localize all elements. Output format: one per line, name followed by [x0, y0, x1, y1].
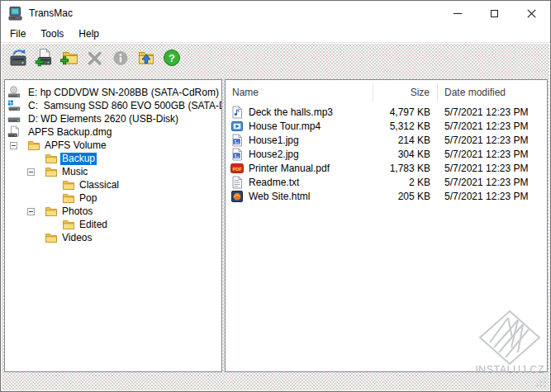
- folder-up-button[interactable]: [135, 47, 157, 68]
- folder-icon: [45, 152, 58, 165]
- disk-image-icon: [7, 125, 21, 139]
- file-date-modified: 5/7/2021 12:23 PM: [438, 177, 547, 188]
- file-row-printer-manual-pdf[interactable]: PDFPrinter Manual.pdf1,783 KB5/7/2021 12…: [226, 161, 547, 175]
- transmac-window: TransMac File Tools Help ? E: hp CDDVDW …: [0, 0, 551, 392]
- list-header: NameSizeDate modified: [226, 80, 547, 105]
- tree-item-backup[interactable]: Backup: [5, 152, 221, 165]
- tree-item-c-samsung-ssd-860-evo-500gb-sata-disk[interactable]: C: Samsung SSD 860 EVO 500GB (SATA-Disk): [5, 99, 221, 112]
- tree-item-classical[interactable]: Classical: [5, 178, 221, 191]
- disk-add-icon: [34, 48, 54, 68]
- minimize-icon: [454, 13, 462, 14]
- folder-icon: [45, 231, 58, 244]
- menu-tools[interactable]: Tools: [33, 26, 71, 41]
- collapse-minus-icon[interactable]: [10, 142, 17, 149]
- tree-item-label: C: Samsung SSD 860 EVO 500GB (SATA-Disk): [26, 100, 222, 112]
- folder-up-icon: [136, 48, 156, 68]
- file-size: 304 KB: [373, 149, 438, 160]
- tree-item-label-selected: Backup: [60, 153, 97, 165]
- help-icon: ?: [162, 48, 182, 68]
- column-header-size[interactable]: Size: [373, 83, 438, 102]
- close-button[interactable]: [513, 1, 550, 26]
- folder-icon: [45, 205, 58, 218]
- expander-slot: [27, 168, 45, 176]
- window-title: TransMac: [29, 7, 439, 19]
- file-name: House1.jpg: [249, 135, 299, 146]
- tree-item-label: E: hp CDDVDW SN-208BB (SATA-CdRom): [26, 87, 221, 99]
- tree-item-apfs-backup-dmg[interactable]: APFS Backup.dmg: [5, 125, 221, 139]
- file-row-house2-jpg[interactable]: House2.jpg304 KB5/7/2021 12:23 PM: [226, 147, 547, 161]
- file-name: Web Site.html: [249, 191, 310, 202]
- tree-item-label: Classical: [78, 179, 121, 191]
- file-row-deck-the-halls-mp3[interactable]: Deck the halls.mp34,797 KB5/7/2021 12:23…: [226, 105, 547, 119]
- tree-item-edited[interactable]: Edited: [5, 218, 221, 231]
- hdd-drive-icon: [7, 112, 21, 125]
- app-icon[interactable]: [8, 7, 23, 21]
- maximize-icon: [491, 10, 498, 17]
- disk-convert-icon: [8, 48, 28, 68]
- tree-item-label: Music: [60, 166, 89, 178]
- file-date-modified: 5/7/2021 12:23 PM: [438, 106, 547, 118]
- tree-item-music[interactable]: Music: [5, 165, 221, 178]
- file-size: 2 KB: [373, 177, 438, 188]
- file-size: 205 KB: [373, 191, 438, 202]
- file-row-web-site-html[interactable]: Web Site.html205 KB5/7/2021 12:23 PM: [226, 189, 547, 203]
- mp3-file-icon: [230, 106, 244, 119]
- jpg-file-icon: [230, 134, 244, 147]
- title-bar: TransMac: [1, 1, 550, 26]
- tree-item-videos[interactable]: Videos: [5, 231, 221, 244]
- cdrom-drive-icon: [7, 86, 21, 99]
- menu-bar: File Tools Help: [1, 26, 550, 43]
- tree-item-d-wd-elements-2620-usb-disk[interactable]: D: WD Elements 2620 (USB-Disk): [5, 112, 221, 125]
- delete-x-icon: [85, 48, 105, 68]
- tree-item-pop[interactable]: Pop: [5, 191, 221, 205]
- file-size: 5,312 KB: [373, 120, 438, 132]
- info-button[interactable]: [110, 47, 131, 68]
- tree-item-e-hp-cddvdw-sn-208bb-sata-cdrom[interactable]: E: hp CDDVDW SN-208BB (SATA-CdRom): [5, 86, 221, 99]
- file-date-modified: 5/7/2021 12:23 PM: [438, 163, 547, 174]
- file-list: Deck the halls.mp34,797 KB5/7/2021 12:23…: [226, 105, 547, 203]
- file-name: Printer Manual.pdf: [249, 163, 330, 174]
- folder-icon: [62, 218, 75, 231]
- ssd-drive-icon: [7, 99, 21, 112]
- tree-item-label: D: WD Elements 2620 (USB-Disk): [26, 113, 180, 125]
- svg-text:?: ?: [169, 52, 175, 64]
- file-row-house-tour-mp4[interactable]: House Tour.mp45,312 KB5/7/2021 12:23 PM: [226, 119, 547, 133]
- column-header-date-modified[interactable]: Date modified: [438, 83, 547, 102]
- tree-item-label: APFS Backup.dmg: [26, 126, 113, 139]
- tree-item-label: Photos: [60, 205, 94, 218]
- disk-convert-button[interactable]: [7, 47, 29, 68]
- file-row-house1-jpg[interactable]: House1.jpg214 KB5/7/2021 12:23 PM: [226, 133, 547, 147]
- file-date-modified: 5/7/2021 12:23 PM: [438, 135, 547, 146]
- client-area: ? E: hp CDDVDW SN-208BB (SATA-CdRom)C: S…: [2, 44, 549, 390]
- expander-slot: [10, 142, 27, 149]
- column-header-name[interactable]: Name: [226, 83, 373, 102]
- folder-add-button[interactable]: [59, 47, 80, 68]
- file-size: 214 KB: [373, 135, 438, 146]
- menu-help[interactable]: Help: [71, 26, 107, 41]
- folder-icon: [27, 139, 40, 152]
- help-button[interactable]: ?: [161, 47, 183, 68]
- resize-grip[interactable]: [536, 377, 547, 388]
- pdf-file-icon: PDF: [230, 162, 244, 175]
- tree-item-apfs-volume[interactable]: APFS Volume: [5, 139, 221, 152]
- menu-file[interactable]: File: [2, 26, 33, 41]
- status-bar: [2, 370, 549, 390]
- svg-text:PDF: PDF: [232, 167, 242, 172]
- minimize-button[interactable]: [439, 1, 476, 26]
- file-date-modified: 5/7/2021 12:23 PM: [438, 149, 547, 160]
- mp4-file-icon: [230, 120, 244, 133]
- collapse-minus-icon[interactable]: [27, 208, 35, 215]
- file-row-readme-txt[interactable]: Readme.txt2 KB5/7/2021 12:23 PM: [226, 175, 547, 189]
- folder-icon: [45, 165, 58, 178]
- collapse-minus-icon[interactable]: [27, 168, 35, 176]
- file-name: Deck the halls.mp3: [249, 106, 333, 118]
- delete-x-button[interactable]: [84, 47, 106, 68]
- file-size: 4,797 KB: [373, 106, 438, 118]
- disk-add-button[interactable]: [33, 47, 55, 68]
- file-name: House2.jpg: [249, 149, 299, 160]
- file-date-modified: 5/7/2021 12:23 PM: [438, 120, 547, 132]
- file-list-panel: NameSizeDate modified Deck the halls.mp3…: [225, 79, 548, 372]
- maximize-button[interactable]: [476, 1, 513, 26]
- txt-file-icon: [230, 176, 244, 189]
- tree-item-photos[interactable]: Photos: [5, 205, 221, 218]
